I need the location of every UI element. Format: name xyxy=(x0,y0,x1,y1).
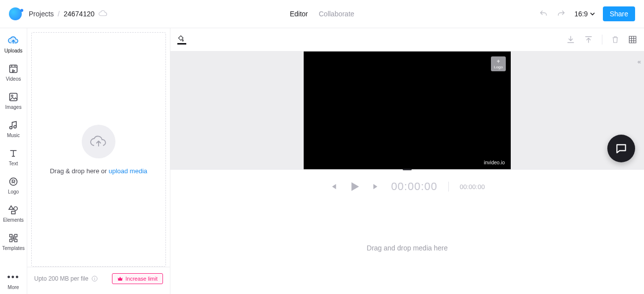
image-icon xyxy=(8,92,19,102)
svg-rect-7 xyxy=(15,235,17,237)
panel-resize-handle[interactable] xyxy=(403,169,412,170)
dropzone-text: Drag & drop here or upload media xyxy=(50,167,148,175)
stage: + Logo invideo.io « 00:00:00 00:00:00 D xyxy=(170,28,644,294)
music-note-icon xyxy=(8,120,19,131)
watermark-text: invideo.io xyxy=(484,160,505,165)
templates-icon xyxy=(8,233,19,244)
text-icon xyxy=(8,148,19,159)
breadcrumb-project-id[interactable]: 24674120 xyxy=(63,10,94,18)
breadcrumb: Projects / 24674120 xyxy=(29,10,107,18)
canvas-area: + Logo invideo.io « xyxy=(170,51,644,170)
current-time: 00:00:00 xyxy=(391,180,437,193)
rail-uploads[interactable]: Uploads xyxy=(0,35,27,53)
rail-label: Templates xyxy=(2,245,25,251)
increase-limit-button[interactable]: Increase limit xyxy=(112,273,163,284)
breadcrumb-root[interactable]: Projects xyxy=(29,10,54,18)
cloud-upload-icon xyxy=(8,35,19,46)
film-icon xyxy=(8,63,19,74)
playback-controls: 00:00:00 00:00:00 xyxy=(170,171,644,202)
cloud-sync-icon[interactable] xyxy=(99,10,107,17)
svg-point-3 xyxy=(10,178,17,186)
rail-label: Elements xyxy=(3,217,24,223)
rail-videos[interactable]: Videos xyxy=(0,63,27,82)
aspect-ratio-select[interactable]: 16:9 xyxy=(574,10,594,18)
increase-limit-label: Increase limit xyxy=(125,276,158,282)
rail-elements[interactable]: Elements xyxy=(0,204,27,223)
chat-fab[interactable] xyxy=(607,135,635,162)
tab-collaborate[interactable]: Collaborate xyxy=(319,10,354,18)
upload-dropzone[interactable]: Drag & drop here or upload media xyxy=(31,32,166,267)
uploads-panel: Drag & drop here or upload media Upto 20… xyxy=(27,28,170,294)
svg-rect-9 xyxy=(15,240,17,242)
undo-button[interactable] xyxy=(538,9,548,19)
video-canvas[interactable]: + Logo invideo.io xyxy=(304,51,511,169)
svg-rect-5 xyxy=(11,211,15,214)
play-button[interactable] xyxy=(348,180,361,193)
top-right-tools: 16:9 Share xyxy=(538,6,635,21)
crown-icon xyxy=(117,276,123,281)
color-fill-tool[interactable] xyxy=(177,35,186,45)
info-icon[interactable] xyxy=(91,275,98,282)
rail-label: Images xyxy=(5,104,22,110)
rail-label: Text xyxy=(9,161,18,166)
panel-footer: Upto 200 MB per file Increase limit xyxy=(27,267,170,290)
rail-images[interactable]: Images xyxy=(0,92,27,110)
svg-rect-8 xyxy=(10,240,12,242)
rail-more[interactable]: ••• More xyxy=(0,272,27,290)
upload-limit-text: Upto 200 MB per file xyxy=(34,275,98,282)
logo-chip-label: Logo xyxy=(494,65,503,69)
cloud-upload-icon xyxy=(82,125,115,158)
rail-label: Logo xyxy=(8,189,19,195)
toolbar-separator xyxy=(602,35,602,45)
dropzone-static-text: Drag & drop here or xyxy=(50,167,109,175)
stage-toolbar xyxy=(170,28,644,51)
breadcrumb-sep: / xyxy=(58,10,60,18)
dots-icon: ••• xyxy=(8,272,19,283)
trash-icon[interactable] xyxy=(611,35,619,44)
share-button[interactable]: Share xyxy=(603,6,635,21)
app-logo[interactable] xyxy=(9,7,22,20)
side-rail: Uploads Videos Images Music Text xyxy=(0,28,27,294)
grid-icon[interactable] xyxy=(628,35,637,44)
rail-logo[interactable]: Logo xyxy=(0,176,27,195)
top-bar: Projects / 24674120 Editor Collaborate 1… xyxy=(0,0,644,28)
duration-time: 00:00:00 xyxy=(460,183,485,191)
limit-label: Upto 200 MB per file xyxy=(34,275,88,282)
logo-placeholder[interactable]: + Logo xyxy=(491,56,506,71)
svg-point-2 xyxy=(11,95,13,97)
rail-label: More xyxy=(8,285,19,290)
svg-point-4 xyxy=(14,207,17,210)
timeline-hint-text: Drag and drop media here xyxy=(367,244,447,252)
rail-music[interactable]: Music xyxy=(0,120,27,138)
aspect-ratio-value: 16:9 xyxy=(574,10,588,18)
next-frame-button[interactable] xyxy=(372,183,380,191)
rail-templates[interactable]: Templates xyxy=(0,233,27,251)
mode-tabs: Editor Collaborate xyxy=(290,10,354,18)
plus-icon: + xyxy=(496,58,500,64)
download-icon[interactable] xyxy=(566,35,575,44)
svg-rect-6 xyxy=(10,235,12,237)
time-separator xyxy=(448,182,449,192)
upload-icon[interactable] xyxy=(584,35,593,44)
rail-label: Videos xyxy=(6,76,21,82)
timeline-dropzone[interactable]: Drag and drop media here xyxy=(170,202,644,294)
redo-button[interactable] xyxy=(556,9,566,19)
rail-label: Music xyxy=(7,133,20,138)
upload-media-link[interactable]: upload media xyxy=(108,167,147,175)
rail-text[interactable]: Text xyxy=(0,148,27,166)
collapse-panel-icon[interactable]: « xyxy=(638,58,641,65)
prev-frame-button[interactable] xyxy=(329,183,337,191)
rail-label: Uploads xyxy=(4,48,23,53)
shapes-icon xyxy=(8,204,19,215)
chat-bubble-icon xyxy=(615,142,628,155)
tab-editor[interactable]: Editor xyxy=(290,10,308,18)
chevron-down-icon xyxy=(590,12,595,16)
registered-icon xyxy=(8,176,19,187)
